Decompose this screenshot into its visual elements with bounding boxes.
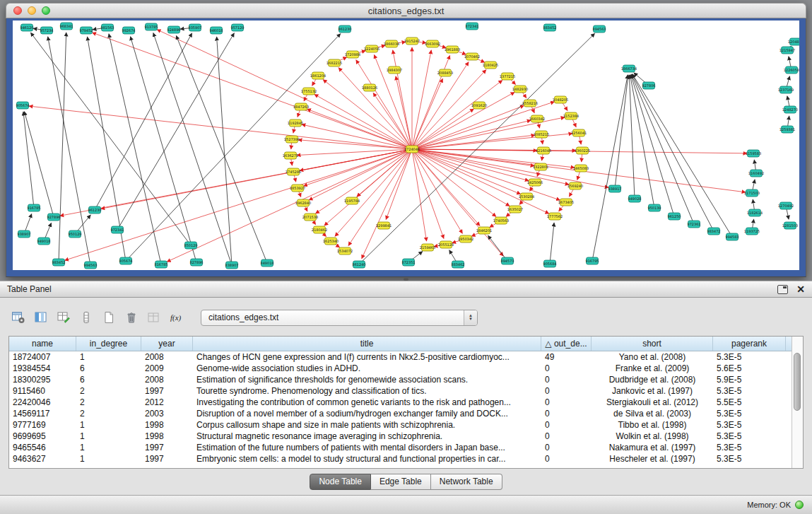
graph-node[interactable]: 849018 <box>260 259 273 267</box>
graph-node[interactable]: 1159583 <box>746 150 761 157</box>
column-header[interactable]: name <box>9 337 76 351</box>
column-header[interactable]: in_degree <box>76 337 141 351</box>
graph-node[interactable]: 1270492 <box>778 202 794 209</box>
graph-node[interactable]: 1777562 <box>547 213 563 220</box>
graph-node[interactable]: 883462 <box>451 261 464 268</box>
function-button[interactable]: f(x) <box>167 308 186 327</box>
graph-node[interactable]: 1216045 <box>536 147 551 154</box>
show-columns-button[interactable] <box>31 308 50 327</box>
graph-node[interactable]: 1091620 <box>471 102 487 109</box>
graph-node[interactable]: 1740563 <box>493 217 509 224</box>
graph-node[interactable]: 972361 <box>687 221 700 228</box>
new-document-button[interactable] <box>99 308 118 327</box>
graph-node[interactable]: 1360225 <box>575 147 590 154</box>
graph-node[interactable]: 992674 <box>122 27 135 34</box>
column-button[interactable] <box>76 308 95 327</box>
graph-node[interactable]: 946120 <box>20 24 33 31</box>
delete-button[interactable] <box>122 308 141 327</box>
graph-node[interactable]: 949018 <box>37 238 50 245</box>
graph-node[interactable]: 1237169 <box>778 86 794 93</box>
graph-node[interactable]: 1861204 <box>310 72 326 79</box>
graph-node[interactable]: 1569240 <box>567 182 583 189</box>
graph-node[interactable]: 1866734 <box>621 65 637 72</box>
graph-node[interactable]: 1180425 <box>483 62 498 69</box>
graph-node[interactable]: 1880126 <box>362 84 377 91</box>
graph-node[interactable]: 883452 <box>543 24 556 31</box>
graph-node[interactable]: 927806 <box>642 82 655 89</box>
minimize-window-button[interactable] <box>28 6 36 15</box>
table-row[interactable]: 2242004622012Investigating the contribut… <box>9 397 792 408</box>
graph-node[interactable]: 805674 <box>119 257 132 264</box>
graph-node[interactable]: 1660342 <box>529 115 545 122</box>
graph-node[interactable]: 905674 <box>16 102 29 109</box>
graph-node[interactable]: 838907 <box>225 262 238 269</box>
table-row[interactable]: 1872400712008Changes of HCN gene express… <box>9 351 792 363</box>
column-header[interactable]: year <box>141 337 193 351</box>
graph-node[interactable]: 1663092 <box>425 40 440 47</box>
graph-node[interactable]: 2055128 <box>438 241 454 248</box>
graph-node[interactable]: 1256041 <box>571 129 587 136</box>
graph-node[interactable]: 1322801 <box>533 163 548 170</box>
graph-node[interactable]: 827896 <box>189 259 203 266</box>
table-row[interactable]: 969969511998Structural magnetic resonanc… <box>9 431 792 442</box>
graph-node[interactable]: 1215947 <box>779 47 795 54</box>
graph-node[interactable]: 894573 <box>500 257 514 264</box>
graph-node[interactable]: 1950342 <box>458 235 473 243</box>
graph-node[interactable]: 816785 <box>154 261 167 268</box>
table-row[interactable]: 911546021997Tourette syndrome. Phenomeno… <box>9 385 792 397</box>
graph-node[interactable]: 1182614 <box>747 209 763 216</box>
graph-node[interactable]: 2071538 <box>302 214 318 221</box>
graph-node[interactable]: 1299841 <box>376 222 392 229</box>
graph-node[interactable]: 1530284 <box>519 193 534 200</box>
graph-node[interactable]: 938907 <box>17 230 30 238</box>
graph-node[interactable]: 1482930 <box>512 86 528 93</box>
graph-node[interactable]: 1152384 <box>563 112 579 119</box>
graph-node[interactable]: 1558216 <box>522 100 538 107</box>
column-header[interactable]: title <box>193 337 541 351</box>
graph-node[interactable]: 1070462 <box>464 53 480 60</box>
graph-node[interactable]: 979452 <box>79 27 93 34</box>
table-row[interactable]: 1830029562008Estimation of significance … <box>9 374 792 385</box>
graph-node[interactable]: 1635027 <box>507 206 523 213</box>
zoom-window-button[interactable] <box>42 6 50 15</box>
graph-node[interactable]: 1377215 <box>500 73 515 80</box>
graph-node[interactable]: 1425066 <box>527 179 543 186</box>
graph-node[interactable]: 850129 <box>184 242 197 249</box>
graph-node[interactable]: 1755132 <box>301 88 317 95</box>
table-row[interactable]: 946554611997Estimation of the future num… <box>9 442 792 453</box>
graph-node[interactable]: 938917 <box>608 185 621 192</box>
graph-node[interactable]: 1866034 <box>384 40 399 47</box>
table-row[interactable]: 1456911722003Disruption of a novel membe… <box>9 408 792 419</box>
graph-node[interactable]: 950129 <box>68 230 81 238</box>
graph-node[interactable]: 1226058 <box>784 66 799 74</box>
graph-node[interactable]: 1961883 <box>445 46 460 53</box>
tab-network-table[interactable]: Network Table <box>431 474 502 490</box>
network-view[interactable]: 1724046186120417551321847263119284515273… <box>13 21 799 270</box>
graph-node[interactable]: 1160492 <box>748 170 764 177</box>
edit-table-button[interactable] <box>54 308 73 327</box>
graph-node[interactable]: 972341 <box>110 226 124 233</box>
graph-node[interactable]: 1259381 <box>779 126 795 133</box>
table-row[interactable]: 977716911998Corpus callosum shape and si… <box>9 419 792 431</box>
graph-node[interactable]: 1248270 <box>782 106 798 113</box>
table-row[interactable]: 946362711997Embryonic stem cells: a mode… <box>9 453 792 465</box>
graph-node[interactable]: 1962840 <box>295 199 311 206</box>
graph-node[interactable]: 924896 <box>167 26 180 33</box>
column-header[interactable]: △ out_de... <box>541 337 592 351</box>
graph-node[interactable]: 916785 <box>27 204 40 211</box>
graph-node[interactable]: 2159463 <box>420 244 435 251</box>
graph-node[interactable]: 1192845 <box>288 119 303 127</box>
graph-node[interactable]: 1085215 <box>534 131 549 138</box>
graph-node[interactable]: 957129 <box>230 24 244 31</box>
graph-node[interactable]: 2088453 <box>437 69 453 76</box>
graph-node[interactable]: 983472 <box>707 228 720 235</box>
graph-node[interactable]: 968341 <box>59 23 73 30</box>
graph-node[interactable]: 1847263 <box>293 103 309 110</box>
close-window-button[interactable] <box>13 6 22 15</box>
graph-node[interactable]: 861230 <box>338 25 351 33</box>
graph-node[interactable]: 1682215 <box>326 59 342 66</box>
graph-node[interactable]: 1048205 <box>553 96 568 103</box>
graph-node[interactable]: 916795 <box>585 257 599 264</box>
graph-node[interactable]: 1853927 <box>290 185 305 192</box>
graph-node[interactable]: 981563 <box>100 24 114 31</box>
